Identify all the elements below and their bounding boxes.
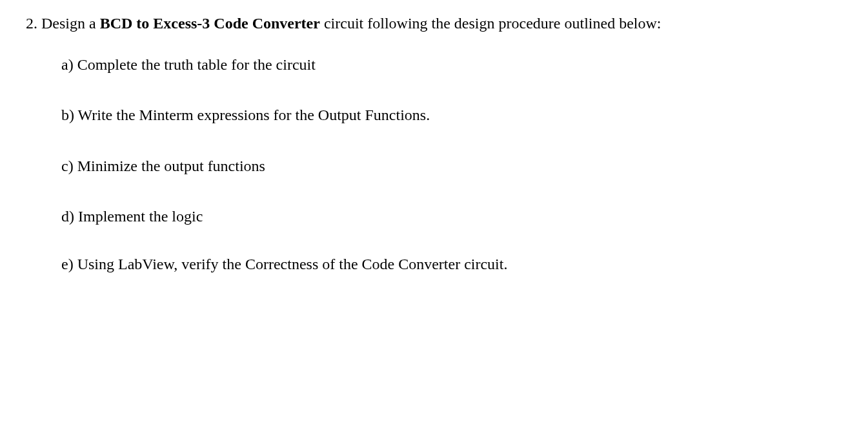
sub-item-b: b) Write the Minterm expressions for the…	[61, 105, 842, 127]
sub-item-c: c) Minimize the output functions	[61, 156, 842, 178]
question-text-after: circuit following the design procedure o…	[320, 15, 661, 32]
sub-item-text: Write the Minterm expressions for the Ou…	[78, 107, 430, 123]
sub-item-text: Minimize the output functions	[77, 158, 265, 174]
sub-item-label: a)	[61, 56, 74, 73]
sub-item-label: d)	[61, 208, 74, 225]
sub-item-list: a) Complete the truth table for the circ…	[26, 54, 842, 276]
question-number: 2.	[26, 15, 37, 32]
sub-item-label: c)	[61, 158, 74, 174]
question-bold: BCD to Excess-3 Code Converter	[100, 15, 320, 32]
sub-item-text: Using LabView, verify the Correctness of…	[77, 256, 508, 272]
sub-item-d: d) Implement the logic	[61, 206, 842, 228]
sub-item-text: Implement the logic	[78, 208, 203, 225]
sub-item-a: a) Complete the truth table for the circ…	[61, 54, 842, 76]
question-stem: 2. Design a BCD to Excess-3 Code Convert…	[26, 13, 842, 35]
sub-item-label: b)	[61, 107, 74, 123]
question-text-before: Design a	[41, 15, 100, 32]
sub-item-e: e) Using LabView, verify the Correctness…	[61, 254, 842, 276]
sub-item-text: Complete the truth table for the circuit	[77, 56, 316, 73]
sub-item-label: e)	[61, 256, 74, 272]
